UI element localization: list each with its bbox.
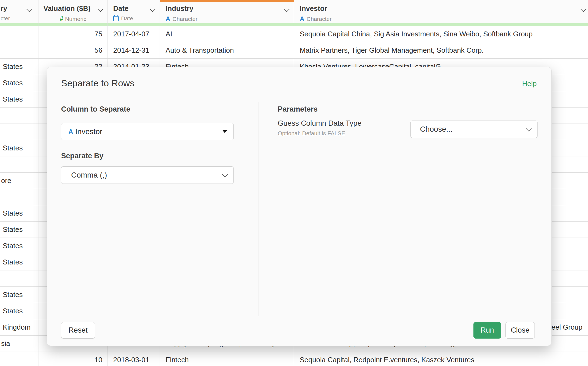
cell-country[interactable] <box>0 156 39 172</box>
guess-data-type-select[interactable]: Choose... <box>410 121 538 138</box>
summary-bar <box>39 23 108 26</box>
cell-country[interactable] <box>0 108 39 124</box>
summary-bar <box>160 23 294 26</box>
cell-country[interactable] <box>0 189 39 205</box>
cell-industry[interactable]: AI <box>160 26 294 42</box>
dialog-title: Separate to Rows <box>61 78 134 89</box>
cell-country[interactable] <box>0 26 39 42</box>
summary-bar <box>294 23 588 26</box>
separate-by-value: Comma (,) <box>71 171 107 179</box>
table-row: 562014-12-31Auto & TransportationMatrix … <box>0 42 588 59</box>
cell-investor[interactable]: Sequoia Capital China, Sig Asia Investme… <box>294 26 588 42</box>
dropdown-caret-icon <box>223 130 227 133</box>
parameters-label: Parameters <box>278 105 318 113</box>
column-title: ry <box>0 4 39 13</box>
column-to-separate-select[interactable]: A Investor <box>61 123 234 140</box>
calendar-icon <box>113 16 119 21</box>
character-type-icon: A <box>166 15 170 23</box>
cell-industry[interactable]: Fintech <box>160 352 294 366</box>
character-type-icon: A <box>68 128 73 135</box>
cell-country[interactable]: States <box>0 254 39 270</box>
column-type-label: Date <box>108 15 160 22</box>
guess-data-type-label: Guess Column Data Type <box>278 119 362 128</box>
column-to-separate-label: Column to Separate <box>61 105 130 113</box>
cell-date[interactable]: 2018-03-01 <box>108 352 160 366</box>
table-header: ry cter Valuation ($B) #Numeric Date Dat… <box>0 0 588 23</box>
cell-country[interactable]: Kingdom <box>0 319 39 335</box>
column-title: Investor <box>294 4 588 13</box>
section-divider <box>258 102 258 316</box>
cell-country[interactable] <box>0 42 39 58</box>
cell-investor[interactable]: Sequoia Capital, Redpoint E.ventures, Ka… <box>294 352 588 366</box>
numeric-type-icon: # <box>60 15 63 23</box>
column-title: Industry <box>160 4 294 13</box>
column-header-valuation[interactable]: Valuation ($B) #Numeric <box>39 0 108 23</box>
column-header-investor[interactable]: Investor ACharacter <box>294 0 588 23</box>
column-header-country[interactable]: ry cter <box>0 0 39 23</box>
cell-country[interactable] <box>0 124 39 140</box>
summary-bar <box>108 23 160 26</box>
column-to-separate-value: Investor <box>75 127 102 136</box>
cell-country[interactable]: States <box>0 205 39 221</box>
cell-valuation[interactable]: 10 <box>39 352 108 366</box>
column-header-industry[interactable]: Industry ACharacter <box>160 0 294 23</box>
column-type-label: ACharacter <box>294 15 588 23</box>
separate-by-select[interactable]: Comma (,) <box>61 166 234 184</box>
cell-country[interactable]: States <box>0 59 39 75</box>
cell-country[interactable]: ore <box>0 173 39 189</box>
guess-data-type-hint: Optional: Default is FALSE <box>278 130 345 137</box>
column-summary-strip <box>0 23 588 26</box>
cell-country[interactable]: States <box>0 75 39 91</box>
chevron-down-icon <box>526 125 532 131</box>
cell-date[interactable]: 2014-12-31 <box>108 42 160 58</box>
run-button[interactable]: Run <box>473 322 501 339</box>
chevron-down-icon <box>222 171 228 177</box>
selected-column-highlight-bar <box>160 0 294 2</box>
help-link[interactable]: Help <box>522 80 537 88</box>
cell-country[interactable] <box>0 352 39 366</box>
cell-industry[interactable]: Auto & Transportation <box>160 42 294 58</box>
cell-investor[interactable]: Matrix Partners, Tiger Global Management… <box>294 42 588 58</box>
table-row: 752017-04-07AISequoia Capital China, Sig… <box>0 26 588 42</box>
cell-valuation[interactable]: 75 <box>39 26 108 42</box>
reset-button[interactable]: Reset <box>61 322 95 339</box>
table-row: 102018-03-01FintechSequoia Capital, Redp… <box>0 352 588 366</box>
cell-valuation[interactable]: 56 <box>39 42 108 58</box>
character-type-icon: A <box>300 15 304 23</box>
column-type-label: ACharacter <box>160 15 294 23</box>
cell-country[interactable]: States <box>0 140 39 156</box>
app-screen: ry cter Valuation ($B) #Numeric Date Dat… <box>0 0 588 366</box>
cell-country[interactable]: States <box>0 303 39 319</box>
guess-data-type-value: Choose... <box>420 125 453 134</box>
cell-country[interactable]: States <box>0 91 39 107</box>
cell-country[interactable]: States <box>0 238 39 254</box>
column-header-date[interactable]: Date Date <box>108 0 160 23</box>
cell-date[interactable]: 2017-04-07 <box>108 26 160 42</box>
column-type-label: #Numeric <box>39 15 107 23</box>
cell-country[interactable]: States <box>0 287 39 303</box>
column-title: Valuation ($B) <box>39 4 107 13</box>
close-button[interactable]: Close <box>505 322 535 339</box>
cell-country[interactable]: sia <box>0 336 39 352</box>
summary-bar <box>0 23 39 26</box>
column-type-label: cter <box>0 15 39 22</box>
separate-to-rows-dialog: Separate to Rows Help Column to Separate… <box>47 67 552 346</box>
separate-by-label: Separate By <box>61 152 103 160</box>
cell-country[interactable] <box>0 270 39 286</box>
cell-country[interactable]: States <box>0 222 39 238</box>
